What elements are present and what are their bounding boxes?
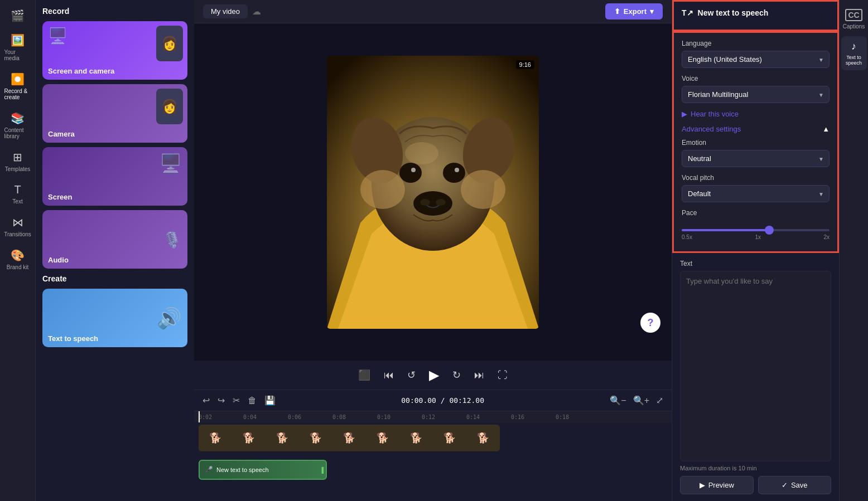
tts-create-label: Text to speech — [48, 334, 98, 343]
max-duration-label: Maximum duration is 10 min — [680, 465, 831, 471]
record-panel: Record Screen and camera 👩 🖥️ Camera 👩 S… — [36, 0, 194, 501]
ruler-mark: 0:04 — [243, 414, 288, 420]
svg-point-9 — [455, 168, 459, 172]
sidebar-item-label: Your media — [4, 49, 31, 61]
timeline-ruler: 0:02 0:04 0:06 0:08 0:10 0:12 0:14 0:16 … — [194, 411, 672, 422]
caption-button[interactable]: ⬛ — [356, 367, 373, 383]
language-label: Language — [682, 40, 830, 47]
svg-point-12 — [436, 199, 446, 206]
export-button[interactable]: ⬆ Export ▾ — [605, 3, 663, 20]
record-create-icon: ⏺️ — [11, 72, 25, 86]
sidebar-item-text[interactable]: T Text — [2, 179, 33, 209]
sidebar-item-your-media[interactable]: 🖼️ Your media — [2, 29, 33, 66]
emotion-select[interactable]: Neutral — [682, 150, 830, 167]
tts-title: T↗ New text to speech — [682, 8, 830, 17]
svg-point-14 — [461, 170, 505, 209]
pace-ticks: 0.5x 1x 2x — [682, 234, 830, 240]
sidebar-item-content-library[interactable]: 📚 Content library — [2, 107, 33, 144]
video-track-row: 🐕 🐕 🐕 🐕 🐕 🐕 🐕 🐕 🐕 — [194, 422, 672, 453]
pitch-select[interactable]: Default — [682, 185, 830, 202]
play-button[interactable]: ▶ — [427, 365, 441, 385]
playhead-line — [199, 411, 200, 422]
skip-back-button[interactable]: ⏮ — [382, 367, 396, 383]
create-section-title: Create — [42, 274, 187, 283]
timeline-toolbar: ↩ ↪ ✂ 🗑 💾 00:00.00 / 00:12.00 🔍− 🔍+ ⤢ — [194, 390, 672, 411]
tts-create-icon: 🔊 — [157, 307, 182, 330]
rewind-5s-button[interactable]: ↺ — [405, 367, 418, 383]
hear-voice-button[interactable]: ▶ Hear this voice — [682, 110, 830, 118]
ruler-marks: 0:02 0:04 0:06 0:08 0:10 0:12 0:14 0:16 … — [194, 414, 672, 420]
sidebar-item-brand-kit[interactable]: 🎨 Brand kit — [2, 244, 33, 275]
pace-slider-container: 0.5x 1x 2x — [682, 220, 830, 245]
sidebar-item-transitions[interactable]: ⋈ Transitions — [2, 211, 33, 242]
voice-select[interactable]: Florian Multilingual — [682, 86, 830, 103]
record-card-screen[interactable]: Screen 🖥️ — [42, 147, 187, 206]
tts-tab-item[interactable]: ♪ Text to speech — [841, 36, 867, 70]
track-thumb-4: 🐕 — [299, 425, 332, 451]
tts-header: T↗ New text to speech — [672, 0, 839, 31]
save-icon: ✓ — [782, 481, 788, 489]
redo-button[interactable]: ↪ — [216, 393, 226, 407]
zoom-in-button[interactable]: 🔍+ — [631, 393, 651, 407]
captions-sidebar: CC Captions ♪ Text to speech — [839, 0, 868, 501]
undo-button[interactable]: ↩ — [201, 393, 211, 407]
zoom-controls: 🔍− 🔍+ ⤢ — [608, 393, 665, 407]
save-button[interactable]: ✓ Save — [758, 476, 832, 494]
nav-sidebar: 🎬 🖼️ Your media ⏺️ Record & create 📚 Con… — [0, 0, 36, 501]
record-card-audio[interactable]: Audio 🎙️ — [42, 210, 187, 269]
forward-5s-button[interactable]: ↻ — [450, 367, 463, 383]
audio-track[interactable]: 🎤 New text to speech ▐ — [199, 460, 327, 480]
audio-handle-right[interactable]: ▐ — [320, 466, 324, 473]
track-thumb-6: 🐕 — [366, 425, 399, 451]
skip-forward-button[interactable]: ⏭ — [472, 367, 486, 383]
zoom-out-button[interactable]: 🔍− — [608, 393, 628, 407]
sidebar-item-templates[interactable]: ⊞ Templates — [2, 146, 33, 177]
advanced-settings-header[interactable]: Advanced settings ▲ — [682, 125, 830, 133]
captions-tab-item[interactable]: CC Captions — [841, 4, 867, 34]
video-title-tab[interactable]: My video — [203, 4, 248, 18]
audio-track-row: 🎤 New text to speech ▐ — [194, 453, 672, 484]
ruler-mark: 0:02 — [199, 414, 243, 420]
emotion-label: Emotion — [682, 139, 830, 147]
record-card-screen-camera[interactable]: Screen and camera 👩 🖥️ — [42, 21, 187, 80]
fit-button[interactable]: ⤢ — [654, 393, 665, 407]
screen-icon: 🖥️ — [160, 153, 182, 174]
save-timeline-button[interactable]: 💾 — [263, 393, 277, 407]
content-library-icon: 📚 — [11, 111, 25, 125]
track-thumb-8: 🐕 — [433, 425, 466, 451]
camera-label: Camera — [48, 130, 75, 138]
svg-point-7 — [443, 163, 465, 183]
fullscreen-button[interactable]: ⛶ — [495, 367, 510, 383]
sidebar-item-record-create[interactable]: ⏺️ Record & create — [2, 68, 33, 105]
record-card-camera[interactable]: Camera 👩 — [42, 84, 187, 143]
sidebar-item-label: Text — [12, 198, 22, 205]
sidebar-item-label: Content library — [4, 127, 31, 139]
aspect-ratio-badge: 9:16 — [516, 60, 534, 69]
track-thumb-1: 🐕 — [199, 425, 232, 451]
svg-point-13 — [360, 170, 405, 209]
ruler-mark: 0:14 — [466, 414, 511, 420]
timeline-area: ↩ ↪ ✂ 🗑 💾 00:00.00 / 00:12.00 🔍− 🔍+ ⤢ 0:… — [194, 390, 672, 501]
language-select[interactable]: English (United States) — [682, 51, 830, 68]
text-input-area[interactable] — [680, 271, 831, 461]
pace-slider[interactable] — [682, 229, 830, 231]
sidebar-item-label: Templates — [5, 166, 31, 172]
svg-point-8 — [411, 168, 416, 172]
create-card-tts[interactable]: Text to speech 🔊 — [42, 289, 187, 347]
video-track[interactable]: 🐕 🐕 🐕 🐕 🐕 🐕 🐕 🐕 🐕 — [199, 425, 500, 451]
screen-camera-avatar: 👩 — [156, 26, 183, 61]
tts-tab-icon: ♪ — [851, 41, 856, 52]
tts-settings-section: Language English (United States) Voice F… — [672, 31, 839, 253]
svg-point-6 — [399, 163, 422, 183]
transitions-icon: ⋈ — [12, 216, 23, 229]
text-icon: T — [14, 183, 21, 196]
delete-button[interactable]: 🗑 — [246, 394, 258, 407]
svg-point-15 — [405, 142, 438, 164]
templates-icon: ⊞ — [13, 150, 22, 164]
ruler-mark: 0:10 — [377, 414, 422, 420]
cut-button[interactable]: ✂ — [231, 393, 242, 407]
help-button[interactable]: ? — [640, 313, 660, 333]
track-thumb-3: 🐕 — [266, 425, 299, 451]
preview-button[interactable]: ▶ Preview — [680, 476, 754, 494]
screen-label: Screen — [48, 193, 72, 201]
